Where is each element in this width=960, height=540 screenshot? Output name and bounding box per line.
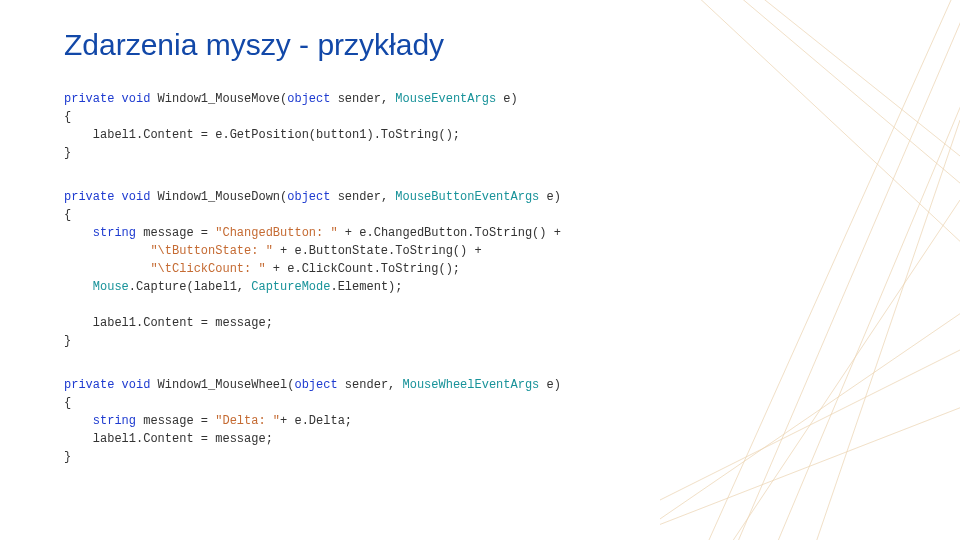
method-name: Window1_MouseWheel(	[150, 378, 294, 392]
keyword: string	[93, 414, 136, 428]
code: + e.ChangedButton.ToString() +	[338, 226, 561, 240]
code: + e.Delta;	[280, 414, 352, 428]
keyword: object	[287, 92, 330, 106]
method-name: Window1_MouseDown(	[150, 190, 287, 204]
code: + e.ClickCount.ToString();	[266, 262, 460, 276]
keyword: private void	[64, 190, 150, 204]
param: sender,	[338, 378, 403, 392]
code: + e.ButtonState.ToString() +	[273, 244, 482, 258]
code: message =	[136, 414, 215, 428]
code-line: label1.Content = message;	[64, 432, 273, 446]
string: "Delta: "	[215, 414, 280, 428]
type: MouseButtonEventArgs	[395, 190, 539, 204]
brace: }	[64, 146, 71, 160]
param: e)	[496, 92, 518, 106]
code-line: label1.Content = e.GetPosition(button1).…	[64, 128, 460, 142]
code-line: label1.Content = message;	[64, 316, 273, 330]
brace: {	[64, 396, 71, 410]
brace: {	[64, 208, 71, 222]
string: "ChangedButton: "	[215, 226, 337, 240]
keyword: private void	[64, 378, 150, 392]
code-block-1: private void Window1_MouseMove(object se…	[64, 90, 896, 162]
keyword: private void	[64, 92, 150, 106]
param: sender,	[330, 92, 395, 106]
indent	[64, 414, 93, 428]
method-name: Window1_MouseMove(	[150, 92, 287, 106]
keyword: object	[287, 190, 330, 204]
code: .Element);	[330, 280, 402, 294]
param: e)	[539, 378, 561, 392]
page-title: Zdarzenia myszy - przykłady	[64, 28, 896, 62]
indent	[64, 226, 93, 240]
indent	[64, 244, 150, 258]
param: e)	[539, 190, 561, 204]
code: .Capture(label1,	[129, 280, 251, 294]
brace: }	[64, 334, 71, 348]
brace: }	[64, 450, 71, 464]
indent	[64, 280, 93, 294]
indent	[64, 262, 150, 276]
slide: Zdarzenia myszy - przykłady private void…	[0, 0, 960, 486]
brace: {	[64, 110, 71, 124]
code-block-3: private void Window1_MouseWheel(object s…	[64, 376, 896, 466]
param: sender,	[330, 190, 395, 204]
string: "\tClickCount: "	[150, 262, 265, 276]
type: Mouse	[93, 280, 129, 294]
code: message =	[136, 226, 215, 240]
type: CaptureMode	[251, 280, 330, 294]
keyword: object	[294, 378, 337, 392]
type: MouseWheelEventArgs	[402, 378, 539, 392]
string: "\tButtonState: "	[150, 244, 272, 258]
code-block-2: private void Window1_MouseDown(object se…	[64, 188, 896, 350]
type: MouseEventArgs	[395, 92, 496, 106]
keyword: string	[93, 226, 136, 240]
